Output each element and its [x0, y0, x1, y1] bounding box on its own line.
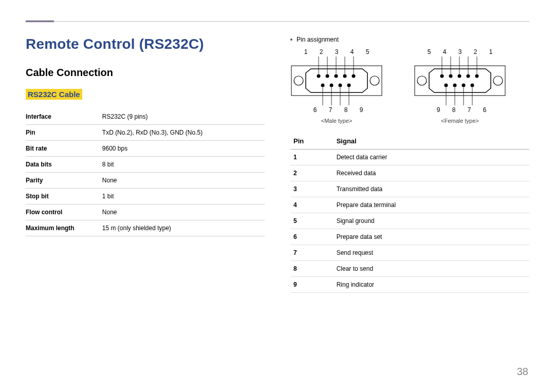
svg-point-31 [462, 84, 466, 87]
table-row: 7Send request [290, 245, 529, 261]
spec-key: Maximum length [26, 220, 102, 236]
signal-pin: 3 [290, 181, 334, 197]
signal-header-signal: Signal [334, 133, 529, 150]
svg-point-1 [294, 76, 303, 85]
signal-pin: 2 [290, 165, 334, 181]
svg-point-28 [475, 74, 479, 78]
signal-table: Pin Signal 1Detect data carrier 2Receive… [290, 133, 529, 293]
svg-point-29 [445, 84, 448, 87]
svg-point-2 [370, 76, 379, 85]
table-row: 1Detect data carrier [290, 150, 529, 165]
spec-key: Pin [26, 125, 102, 141]
svg-point-23 [493, 76, 503, 85]
svg-point-25 [449, 74, 453, 78]
spec-val: None [102, 204, 265, 220]
table-row: Bit rate9600 bps [26, 141, 265, 157]
header-rule [26, 21, 529, 22]
signal-pin: 8 [290, 261, 334, 277]
male-connector: 1 2 3 4 5 [290, 48, 383, 124]
signal-pin: 6 [290, 229, 334, 245]
spec-val: 8 bit [102, 157, 265, 173]
male-type-label: <Male type> [290, 118, 383, 124]
signal-name: Signal ground [334, 213, 529, 229]
pin-assignment-heading: Pin assignment [290, 36, 529, 43]
signal-name: Ring indicator [334, 277, 529, 293]
cable-label: RS232C Cable [26, 89, 82, 100]
svg-point-22 [417, 76, 427, 85]
signal-name: Clear to send [334, 261, 529, 277]
signal-pin: 5 [290, 213, 334, 229]
table-row: Maximum length15 m (only shielded type) [26, 220, 265, 236]
table-row: 4Prepare data terminal [290, 197, 529, 213]
svg-point-30 [453, 84, 457, 87]
spec-val: None [102, 173, 265, 189]
table-row: Flow controlNone [26, 204, 265, 220]
signal-header-pin: Pin [290, 133, 334, 150]
svg-point-26 [458, 74, 461, 78]
spec-val: 15 m (only shielded type) [102, 220, 265, 236]
table-row: Data bits8 bit [26, 157, 265, 173]
svg-point-27 [467, 74, 470, 78]
spec-key: Interface [26, 109, 102, 125]
female-bottom-pins: 9 8 7 6 [414, 106, 506, 114]
male-top-pins: 1 2 3 4 5 [290, 48, 383, 55]
signal-name: Prepare data terminal [334, 197, 529, 213]
spec-key: Data bits [26, 157, 102, 173]
svg-rect-0 [291, 66, 382, 96]
bullet-icon [290, 39, 292, 41]
table-row: 2Received data [290, 165, 529, 181]
svg-point-8 [321, 84, 325, 87]
table-row: 6Prepare data set [290, 229, 529, 245]
female-type-label: <Female type> [414, 118, 506, 124]
table-row: ParityNone [26, 173, 265, 189]
spec-key: Parity [26, 173, 102, 189]
left-column: Remote Control (RS232C) Cable Connection… [26, 36, 265, 293]
page-title: Remote Control (RS232C) [26, 36, 265, 52]
signal-name: Detect data carrier [334, 150, 529, 165]
table-row: InterfaceRS232C (9 pins) [26, 109, 265, 125]
table-row: PinTxD (No.2), RxD (No.3), GND (No.5) [26, 125, 265, 141]
svg-point-7 [352, 74, 356, 78]
spec-val: 1 bit [102, 189, 265, 204]
table-row: 3Transmitted data [290, 181, 529, 197]
signal-pin: 1 [290, 150, 334, 165]
svg-point-10 [339, 84, 342, 87]
svg-point-9 [330, 84, 334, 87]
signal-pin: 9 [290, 277, 334, 293]
female-top-pins: 5 4 3 2 1 [414, 48, 506, 55]
db9-female-icon [414, 57, 506, 105]
signal-pin: 7 [290, 245, 334, 261]
spec-table: InterfaceRS232C (9 pins) PinTxD (No.2), … [26, 109, 265, 236]
signal-name: Received data [334, 165, 529, 181]
spec-key: Flow control [26, 204, 102, 220]
connectors-diagram: 1 2 3 4 5 [290, 48, 529, 124]
spec-val: RS232C (9 pins) [102, 109, 265, 125]
section-subtitle: Cable Connection [26, 67, 265, 79]
signal-name: Transmitted data [334, 181, 529, 197]
db9-male-icon [290, 57, 383, 105]
table-row: 5Signal ground [290, 213, 529, 229]
signal-name: Prepare data set [334, 229, 529, 245]
page-number: 38 [517, 366, 528, 378]
table-row: 9Ring indicator [290, 277, 529, 293]
svg-point-11 [347, 84, 351, 87]
spec-key: Bit rate [26, 141, 102, 157]
spec-val: TxD (No.2), RxD (No.3), GND (No.5) [102, 125, 265, 141]
svg-point-6 [343, 74, 347, 78]
signal-pin: 4 [290, 197, 334, 213]
right-column: Pin assignment 1 2 3 4 5 [290, 36, 529, 293]
female-connector: 5 4 3 2 1 9 8 7 6 <Female type> [414, 48, 506, 124]
signal-name: Send request [334, 245, 529, 261]
svg-point-3 [317, 74, 321, 78]
male-bottom-pins: 6 7 8 9 [290, 106, 383, 114]
svg-point-4 [326, 74, 329, 78]
pin-assignment-label: Pin assignment [297, 36, 339, 43]
svg-point-24 [440, 74, 444, 78]
spec-val: 9600 bps [102, 141, 265, 157]
table-row: 8Clear to send [290, 261, 529, 277]
svg-rect-21 [415, 66, 505, 96]
table-row: Stop bit1 bit [26, 189, 265, 204]
svg-point-5 [335, 74, 338, 78]
svg-point-32 [471, 84, 474, 87]
spec-key: Stop bit [26, 189, 102, 204]
